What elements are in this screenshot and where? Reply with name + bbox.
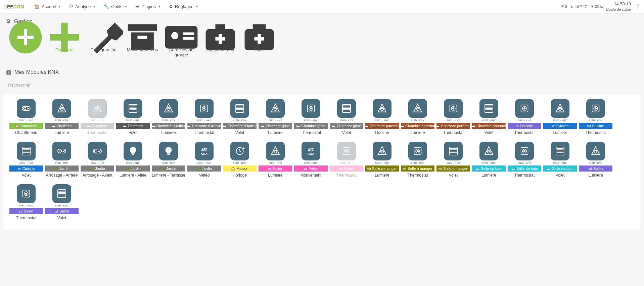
module-thermostat[interactable]: EIBD - KNX 🛋Salon Thermostat: [9, 184, 43, 220]
navbar: ⌂ EEDOM 🏠Accueil▼⏱Analyse▼🔧Outils▼☰Plugi…: [0, 0, 644, 13]
module-mouvement[interactable]: EI3KNX EIBD - KNX 🛏Palier Mouvement: [294, 142, 328, 178]
module-volet[interactable]: EIBD - KNX 🛋Salon Volet: [45, 184, 79, 220]
briefcase-medical-icon: [240, 29, 279, 45]
module-thermostat[interactable]: EIBD - KNX 🛁Salle de bain Thermostat: [508, 142, 541, 178]
room-icon: 🛁: [511, 167, 515, 171]
module-name: Lumiere: [365, 173, 399, 178]
module-name: Thermostat: [436, 130, 470, 135]
room-icon: 🛏: [123, 124, 126, 128]
module-name: Volet: [436, 173, 470, 178]
svg-rect-9: [216, 24, 225, 29]
room-icon: 🛏: [52, 124, 55, 128]
module-protocol: EIBD - KNX: [81, 119, 114, 122]
action-template[interactable]: Template: [45, 29, 84, 57]
module-lumiere[interactable]: EIBD - KNX 🛏Chambre parental Lumiere: [401, 99, 434, 135]
module-thumb: [408, 99, 427, 118]
caret-icon: ▼: [195, 5, 198, 8]
action-santé[interactable]: Santé: [240, 29, 279, 57]
action-adresses-de-groupe[interactable]: Adresses de groupe: [162, 29, 201, 57]
svg-rect-7: [183, 37, 194, 40]
module-thermostat[interactable]: EIBD - KNX 🛏Chambre d'Arthur Thermostat: [187, 99, 221, 135]
action-moniteur-de-bus[interactable]: Moniteur de bus: [123, 29, 162, 57]
svg-point-64: [59, 150, 62, 152]
module-thermostat[interactable]: EIBD - KNX ✚Couloire Thermostat: [508, 99, 541, 135]
module-volet[interactable]: EIBD - KNX 🛏Chambre Volet: [116, 99, 150, 135]
module-douche[interactable]: EIBD - KNX 🛏Chambre parental Douche: [365, 99, 399, 135]
module-horloge[interactable]: EIBD - KNX 🏠Maison Horloge: [223, 142, 257, 178]
module-thermostat[interactable]: EIBD - KNX 🛏Chambre Thermostat: [81, 99, 114, 135]
module-protocol: EIBD - KNX: [294, 162, 328, 164]
module-name: Lumiere: [472, 173, 506, 178]
module-protocol: EIBD - KNX: [401, 162, 434, 164]
module-lumiere[interactable]: EIBD - KNX 🛏Chambre Lumiere: [45, 99, 79, 135]
module-lumiere[interactable]: EIBD - KNX 🛏Chambre grise Lumiere: [259, 99, 292, 135]
module-lumiere---terrasse[interactable]: EIBD - KNX 🌿Jardin Lumiere - Terrasse: [152, 142, 185, 178]
svg-point-13: [24, 107, 26, 110]
module-lumiere---allée[interactable]: EIBD - KNX 🌿Jardin Lumiere - Allée: [116, 142, 150, 178]
module-volet[interactable]: EIBD - KNX 🛏Chambre parental Volet: [472, 99, 506, 135]
module-room-tag: 🛏Chambre parental: [436, 123, 470, 129]
module-lumiere[interactable]: EIBD - KNX 🛋Salon Lumiere: [579, 142, 612, 178]
module-room-tag: 🛏Chambre parental: [365, 123, 399, 129]
module-protocol: EIBD - KNX: [187, 162, 221, 164]
search-input[interactable]: [5, 80, 639, 90]
module-thumb: [515, 99, 534, 118]
module-room-tag: 🏠Buanderie: [9, 123, 43, 129]
module-arrosage---arriere[interactable]: EIBD - KNX 🌿Jardin Arrosage - Arriere: [45, 142, 79, 178]
actions-row: AjouterTemplateConfigurationMoniteur de …: [0, 27, 644, 64]
module-lumiere[interactable]: EIBD - KNX 🍽Salle a manger Lumiere: [365, 142, 399, 178]
module-lumiere[interactable]: EIBD - KNX 🛁Salle de bain Lumiere: [472, 142, 506, 178]
room-icon: 🏠: [231, 167, 235, 171]
room-icon: 🛏: [223, 124, 226, 128]
module-météo[interactable]: EI3KNX EIBD - KNX 🌿Jardin Météo: [187, 142, 221, 178]
module-thumb: [124, 99, 142, 118]
nav-item-analyse[interactable]: ⏱Analyse▼: [65, 0, 100, 13]
module-protocol: EIBD - KNX: [259, 162, 292, 164]
module-volet[interactable]: EIBD - KNX 🍽Cuisine Volet: [9, 142, 43, 178]
module-thermostat[interactable]: EIBD - KNX 🛏Chambre parental Thermostat: [436, 99, 470, 135]
svg-text:EI3: EI3: [201, 147, 207, 151]
module-thumb: [444, 99, 463, 118]
module-arrosage---avant[interactable]: EIBD - KNX 🌿Jardin Arrosage - Avant: [81, 142, 114, 178]
nav-item-accueil[interactable]: 🏠Accueil▼: [30, 0, 65, 13]
temp-status: 🌡 18.7 °C: [570, 5, 587, 9]
module-room-tag: 🛏Chambre d'Arthur: [223, 123, 257, 129]
module-name: Chauffe-eau: [9, 130, 43, 135]
module-name: Mouvement: [294, 173, 328, 178]
module-room-tag: 🛁Salle de bain: [472, 165, 506, 172]
module-chauffe-eau[interactable]: EIBD - KNX 🏠Buanderie Chauffe-eau: [9, 99, 43, 135]
nav-item-réglages[interactable]: ⚙Réglages▼: [165, 0, 202, 13]
module-name: Thermostat: [9, 216, 43, 220]
nav-item-outils[interactable]: 🔧Outils▼: [100, 0, 131, 13]
module-thermostat[interactable]: EIBD - KNX 🛏Palier Thermostat: [330, 142, 363, 178]
logo[interactable]: ⌂ EEDOM: [3, 3, 24, 10]
module-protocol: EIBD - KNX: [365, 119, 399, 122]
svg-point-99: [26, 193, 27, 195]
module-thumb: [159, 142, 178, 160]
module-volet[interactable]: EIBD - KNX 🛏Chambre d'Arthur Volet: [223, 99, 257, 135]
module-lumiere[interactable]: EIBD - KNX 🛏Palier Lumiere: [259, 142, 292, 178]
messages-count[interactable]: ✉ 6: [561, 4, 567, 9]
help-icon[interactable]: ❔: [634, 4, 641, 10]
module-lumiere[interactable]: EIBD - KNX 🍽Cuisine Lumiere: [543, 99, 577, 135]
action-configuration[interactable]: Configuration: [84, 29, 123, 57]
module-thermostat[interactable]: EIBD - KNX 🍽Salle a manger Thermostat: [401, 142, 434, 178]
caret-icon: ▼: [158, 5, 161, 8]
module-room-tag: 🛋Salon: [9, 208, 43, 214]
module-room-tag: 🛏Chambre parental: [472, 123, 506, 129]
module-volet[interactable]: EIBD - KNX 🛁Salle de bain Volet: [543, 142, 577, 178]
module-name: Météo: [187, 173, 221, 178]
module-thermostat[interactable]: EIBD - KNX 🛏Chambre grise Thermostat: [294, 99, 328, 135]
module-volet[interactable]: EIBD - KNX 🍽Salle a manger Volet: [436, 142, 470, 178]
module-volet[interactable]: EIBD - KNX 🛏Chambre grise Volet: [330, 99, 363, 135]
module-lumiere[interactable]: EIBD - KNX 🛏Chambre d'Arthur Lumiere: [152, 99, 185, 135]
module-thermostat[interactable]: EIBD - KNX 🍽Cuisine Thermostat: [579, 99, 612, 135]
nav-item-plugins[interactable]: ☰Plugins▼: [131, 0, 165, 13]
module-protocol: EIBD - KNX: [436, 119, 470, 122]
action-log-du-démon[interactable]: Log du démon: [201, 29, 240, 57]
module-name: Volet: [223, 130, 257, 135]
room-icon: 🛋: [55, 209, 58, 213]
action-ajouter[interactable]: Ajouter: [6, 29, 45, 57]
module-name: Volet: [116, 130, 150, 135]
svg-rect-68: [167, 154, 170, 155]
